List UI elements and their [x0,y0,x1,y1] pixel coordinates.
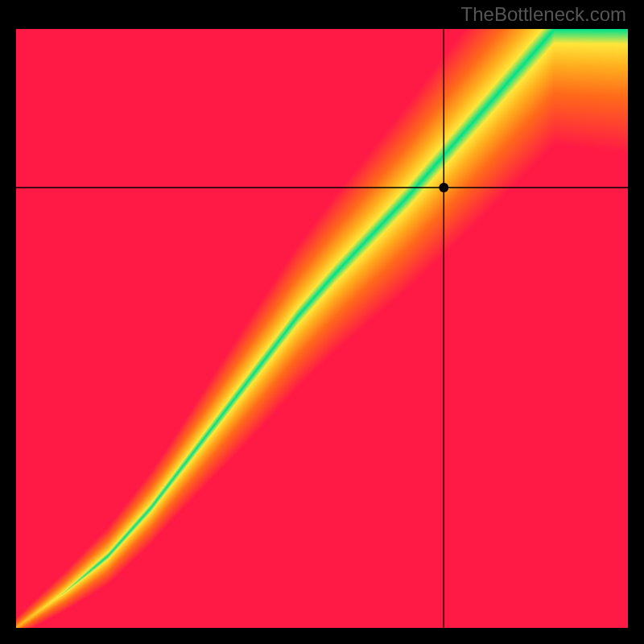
watermark-text: TheBottleneck.com [461,3,626,26]
plot-area [16,29,628,628]
heatmap-canvas [16,29,628,628]
chart-container: TheBottleneck.com [0,0,644,644]
